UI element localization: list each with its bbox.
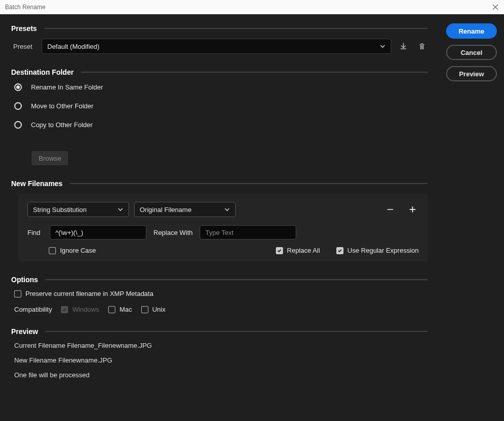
checkbox-icon [14, 290, 21, 297]
radio-label: Move to Other Folder [31, 102, 93, 110]
compatibility-label: Compatibility [14, 306, 52, 313]
compat-unix-checkbox[interactable]: Unix [141, 306, 166, 313]
checkbox-label: Use Regular Expression [348, 247, 419, 254]
radio-label: Copy to Other Folder [31, 121, 92, 129]
checkbox-label: Unix [152, 306, 166, 313]
delete-preset-icon[interactable] [416, 40, 428, 52]
dest-radio-move-folder[interactable]: Move to Other Folder [14, 102, 428, 110]
rule-source-value: Original Filename [140, 206, 220, 214]
presets-heading: Presets [11, 24, 37, 33]
dest-radio-same-folder[interactable]: Rename In Same Folder [14, 83, 428, 91]
checkbox-label: Mac [119, 306, 132, 313]
destination-heading: Destination Folder [11, 68, 74, 76]
preview-heading: Preview [11, 327, 38, 336]
dest-radio-copy-folder[interactable]: Copy to Other Folder [14, 121, 428, 129]
preview-current-filename: Current Filename Filename_Filenewname.JP… [14, 342, 428, 349]
checkbox-label: Replace All [287, 247, 320, 254]
browse-button: Browse [32, 151, 68, 165]
replace-all-checkbox[interactable]: Replace All [276, 247, 320, 254]
preview-summary: One file will be processed [14, 371, 428, 379]
new-filenames-heading: New Filenames [11, 179, 62, 188]
replace-with-label: Replace With [153, 229, 193, 236]
radio-icon [14, 102, 22, 110]
checkbox-icon [336, 247, 343, 254]
checkbox-icon [108, 306, 115, 313]
main-panel: Presets Preset Default (Modified) [0, 14, 439, 421]
find-input[interactable] [50, 225, 146, 239]
radio-label: Rename In Same Folder [31, 83, 103, 91]
rule-source-dropdown[interactable]: Original Filename [134, 202, 236, 217]
destination-section: Destination Folder Rename In Same Folder… [11, 68, 428, 165]
checkbox-icon [49, 247, 56, 254]
options-section: Options Preserve current filename in XMP… [11, 276, 428, 313]
new-filenames-section: New Filenames String Substitution Origin… [11, 179, 428, 261]
preset-dropdown-value: Default (Modified) [47, 43, 380, 50]
action-sidebar: Rename Cancel Preview [439, 14, 504, 421]
rule-type-value: String Substitution [33, 206, 113, 214]
checkbox-icon [61, 306, 68, 313]
chevron-down-icon [224, 206, 230, 213]
preview-button[interactable]: Preview [446, 66, 497, 81]
window-title: Batch Rename [5, 4, 45, 11]
compat-windows-checkbox: Windows [61, 306, 99, 313]
radio-icon [14, 83, 22, 91]
preset-dropdown[interactable]: Default (Modified) [42, 39, 391, 54]
replace-input[interactable] [200, 225, 296, 239]
find-label: Find [27, 229, 43, 236]
compat-mac-checkbox[interactable]: Mac [108, 306, 132, 313]
preview-section: Preview Current Filename Filename_Filene… [11, 327, 428, 379]
cancel-button[interactable]: Cancel [446, 45, 497, 60]
checkbox-label: Windows [72, 306, 99, 313]
titlebar: Batch Rename [0, 0, 504, 14]
checkbox-label: Preserve current filename in XMP Metadat… [25, 290, 153, 297]
use-regex-checkbox[interactable]: Use Regular Expression [336, 247, 419, 254]
add-rule-icon[interactable] [406, 203, 419, 216]
preserve-xmp-checkbox[interactable]: Preserve current filename in XMP Metadat… [14, 290, 428, 297]
checkbox-label: Ignore Case [60, 247, 96, 254]
rename-button[interactable]: Rename [446, 23, 497, 39]
preview-new-filename: New Filename Filenewname.JPG [14, 356, 428, 364]
rule-panel: String Substitution Original Filename [18, 194, 428, 261]
close-icon[interactable] [492, 4, 499, 11]
save-preset-icon[interactable] [397, 40, 410, 52]
rule-type-dropdown[interactable]: String Substitution [27, 202, 129, 217]
checkbox-icon [276, 247, 283, 254]
preset-label: Preset [13, 43, 36, 50]
chevron-down-icon [380, 43, 386, 49]
ignore-case-checkbox[interactable]: Ignore Case [49, 247, 96, 254]
presets-section: Presets Preset Default (Modified) [11, 24, 428, 54]
chevron-down-icon [117, 206, 123, 213]
options-heading: Options [11, 276, 38, 284]
radio-icon [14, 121, 22, 129]
remove-rule-icon[interactable] [384, 203, 396, 216]
checkbox-icon [141, 306, 148, 313]
